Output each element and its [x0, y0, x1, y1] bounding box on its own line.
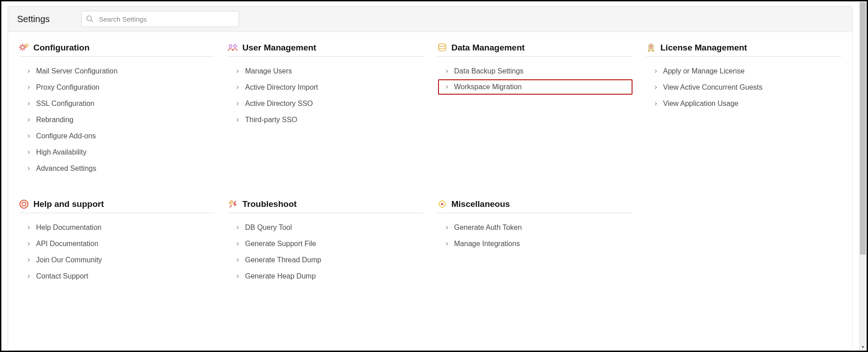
content-wrap: Settings ConfigurationMail Server Config…	[1, 1, 859, 351]
settings-link-label: High Availability	[36, 148, 87, 156]
settings-link-help-support-2[interactable]: Join Our Community	[19, 252, 214, 268]
section-help-support: Help and supportHelp DocumentationAPI Do…	[19, 199, 214, 284]
section-list: DB Query ToolGenerate Support FileGenera…	[228, 219, 423, 284]
gears-icon	[19, 43, 29, 53]
svg-point-0	[87, 16, 92, 21]
settings-link-configuration-0[interactable]: Mail Server Configuration	[19, 63, 214, 79]
section-header-configuration: Configuration	[19, 43, 214, 57]
settings-link-label: Join Our Community	[36, 256, 102, 264]
section-title: Troubleshoot	[242, 199, 296, 209]
section-list: Generate Auth TokenManage Integrations	[437, 219, 633, 252]
chevron-right-icon	[27, 167, 31, 170]
settings-grid: ConfigurationMail Server ConfigurationPr…	[19, 43, 841, 284]
chevron-right-icon	[445, 69, 449, 73]
chevron-right-icon	[654, 102, 658, 105]
settings-link-troubleshoot-0[interactable]: DB Query Tool	[228, 219, 423, 236]
ribbon-icon	[646, 43, 656, 53]
section-configuration: ConfigurationMail Server ConfigurationPr…	[19, 43, 214, 177]
chevron-right-icon	[236, 242, 240, 246]
settings-link-label: SSL Configuration	[36, 100, 94, 108]
section-user-management: User ManagementManage UsersActive Direct…	[228, 43, 423, 177]
section-list: Apply or Manage LicenseView Active Concu…	[646, 63, 841, 112]
settings-link-label: Advanced Settings	[36, 165, 96, 173]
settings-link-label: View Application Usage	[663, 100, 739, 108]
settings-body: ConfigurationMail Server ConfigurationPr…	[8, 32, 852, 284]
chevron-right-icon	[236, 102, 240, 105]
chevron-right-icon	[445, 226, 449, 229]
settings-link-miscellaneous-1[interactable]: Manage Integrations	[437, 236, 633, 252]
section-title: User Management	[242, 43, 316, 53]
app-frame: ▾ Settings Configu	[0, 0, 868, 352]
settings-link-label: View Active Concurrent Guests	[663, 83, 762, 91]
settings-link-label: Manage Users	[245, 67, 292, 75]
settings-link-user-management-1[interactable]: Active Directory Import	[228, 79, 423, 96]
search-icon	[86, 15, 94, 23]
settings-link-help-support-1[interactable]: API Documentation	[19, 236, 214, 252]
vertical-scrollbar[interactable]: ▾	[859, 1, 867, 351]
settings-link-configuration-3[interactable]: Rebranding	[19, 112, 214, 128]
settings-link-configuration-6[interactable]: Advanced Settings	[19, 160, 214, 177]
chevron-right-icon	[27, 86, 31, 89]
settings-link-data-management-1[interactable]: Workspace Migration	[438, 79, 633, 95]
settings-link-configuration-1[interactable]: Proxy Configuration	[19, 79, 214, 96]
scrollbar-down-arrow-icon[interactable]: ▾	[860, 344, 866, 350]
settings-link-label: Active Directory SSO	[245, 100, 313, 108]
settings-link-label: Generate Auth Token	[454, 224, 522, 232]
search-input[interactable]	[81, 11, 239, 27]
chevron-right-icon	[654, 86, 658, 89]
settings-link-label: Generate Thread Dump	[245, 256, 321, 264]
settings-link-configuration-4[interactable]: Configure Add-ons	[19, 128, 214, 144]
settings-link-data-management-0[interactable]: Data Backup Settings	[437, 63, 633, 79]
section-title: Miscellaneous	[452, 199, 510, 209]
settings-link-label: Manage Integrations	[454, 240, 520, 248]
chevron-right-icon	[27, 69, 31, 73]
section-header-data-management: Data Management	[437, 43, 633, 57]
settings-link-license-management-1[interactable]: View Active Concurrent Guests	[646, 79, 841, 96]
settings-link-troubleshoot-2[interactable]: Generate Thread Dump	[228, 252, 423, 268]
scrollbar-thumb[interactable]	[860, 2, 866, 255]
chevron-right-icon	[27, 151, 31, 154]
chevron-right-icon	[236, 226, 240, 229]
settings-link-label: Apply or Manage License	[663, 67, 745, 75]
section-header-troubleshoot: Troubleshoot	[228, 199, 423, 213]
section-license-management: License ManagementApply or Manage Licens…	[646, 43, 841, 177]
chevron-right-icon	[27, 274, 31, 278]
settings-link-user-management-0[interactable]: Manage Users	[228, 63, 423, 79]
chevron-right-icon	[27, 258, 31, 262]
chevron-right-icon	[236, 274, 240, 278]
settings-link-help-support-0[interactable]: Help Documentation	[19, 219, 214, 236]
settings-link-user-management-2[interactable]: Active Directory SSO	[228, 96, 423, 112]
chevron-right-icon	[27, 118, 31, 122]
settings-link-label: Data Backup Settings	[454, 67, 524, 75]
lifebuoy-icon	[19, 199, 29, 209]
settings-link-label: Contact Support	[36, 272, 88, 280]
chevron-right-icon	[445, 85, 449, 89]
users-icon	[228, 43, 238, 53]
settings-header: Settings	[8, 6, 852, 32]
section-title: License Management	[660, 43, 747, 53]
settings-link-label: Proxy Configuration	[36, 83, 100, 91]
section-list: Help DocumentationAPI DocumentationJoin …	[19, 219, 214, 284]
settings-link-troubleshoot-3[interactable]: Generate Heap Dump	[228, 268, 423, 284]
settings-link-label: Third-party SSO	[245, 116, 297, 124]
app-body: ▾ Settings Configu	[1, 1, 867, 351]
chevron-right-icon	[445, 242, 449, 246]
settings-link-miscellaneous-0[interactable]: Generate Auth Token	[437, 219, 633, 236]
settings-link-help-support-3[interactable]: Contact Support	[19, 268, 214, 284]
settings-link-configuration-2[interactable]: SSL Configuration	[19, 96, 214, 112]
settings-link-label: Help Documentation	[36, 224, 102, 232]
settings-link-label: Workspace Migration	[454, 83, 522, 91]
section-list: Manage UsersActive Directory ImportActiv…	[228, 63, 423, 128]
section-list: Mail Server ConfigurationProxy Configura…	[19, 63, 214, 177]
chevron-right-icon	[27, 102, 31, 105]
search-wrap	[81, 11, 239, 27]
section-title: Data Management	[452, 43, 525, 53]
settings-link-configuration-5[interactable]: High Availability	[19, 144, 214, 160]
settings-link-label: Rebranding	[36, 116, 74, 124]
chevron-right-icon	[27, 134, 31, 138]
settings-link-label: DB Query Tool	[245, 224, 292, 232]
settings-link-license-management-2[interactable]: View Application Usage	[646, 96, 841, 112]
settings-link-license-management-0[interactable]: Apply or Manage License	[646, 63, 841, 79]
settings-link-user-management-3[interactable]: Third-party SSO	[228, 112, 423, 128]
settings-link-troubleshoot-1[interactable]: Generate Support File	[228, 236, 423, 252]
